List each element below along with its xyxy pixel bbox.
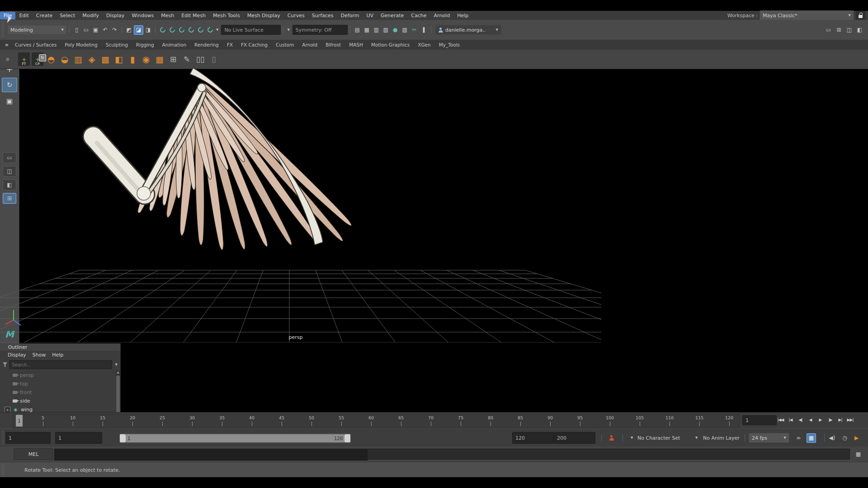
outliner-item-persp[interactable]: persp <box>0 371 120 380</box>
mel-result-field[interactable] <box>367 449 850 460</box>
timeline-tick: 80 <box>488 415 493 426</box>
playback-loop-icon[interactable]: ∞ <box>794 433 803 443</box>
anim-prefs-clock-icon[interactable]: ◷ <box>840 433 849 443</box>
play-forwards-button[interactable]: ▶ <box>816 415 825 425</box>
workspace-lock-icon[interactable] <box>856 11 865 20</box>
menu-mesh[interactable]: Mesh <box>157 12 178 19</box>
rotate-cursor-icon: ↻ <box>39 54 46 61</box>
go-to-end-button[interactable]: ▶▶| <box>845 415 855 425</box>
range-slider-row: 1 1 1 120 120 200 ▼ No Character Set ▼ N… <box>0 428 868 447</box>
menu-uv[interactable]: UV <box>363 12 377 19</box>
character-set-icon[interactable] <box>607 433 616 443</box>
timeline-tick: 10 <box>70 415 75 426</box>
panel-layout-split-icon[interactable]: ◧ <box>855 25 864 35</box>
range-handle-right[interactable] <box>344 434 350 442</box>
grip <box>1 464 4 476</box>
chevron-down-icon: ▼ <box>849 14 851 17</box>
menu-surfaces[interactable]: Surfaces <box>308 12 337 19</box>
time-slider: 1 51015202530354045505560657075808590951… <box>0 412 868 429</box>
outliner-item-front[interactable]: front <box>0 388 120 397</box>
chevron-down-icon[interactable]: ▼ <box>115 363 118 366</box>
menu-mesh-tools[interactable]: Mesh Tools <box>209 12 244 19</box>
chevron-down-icon[interactable]: ▼ <box>631 436 633 440</box>
timeline-tick: 5 <box>42 415 44 426</box>
ground-grid <box>0 270 601 343</box>
outliner-title: Outliner <box>0 343 120 351</box>
timeline-tick: 55 <box>339 415 344 426</box>
playback-end-field[interactable]: 120 <box>512 432 554 444</box>
range-start-label: 1 <box>127 436 130 441</box>
script-editor-icon[interactable]: ▦ <box>854 450 863 459</box>
camera-name-label: persp <box>278 334 314 340</box>
range-slider[interactable]: 1 120 <box>119 433 351 444</box>
outliner-item-top[interactable]: top <box>0 380 120 388</box>
character-set-label[interactable]: No Character Set <box>637 435 680 441</box>
mute-icon[interactable]: ◀) <box>827 433 837 443</box>
panel-layout-four-icon[interactable]: ⊞ <box>834 25 844 35</box>
current-frame-field[interactable]: 1 <box>742 415 777 425</box>
grip <box>1 431 4 445</box>
timeline-tick: 85 <box>518 415 523 426</box>
letterbox-top <box>0 0 868 11</box>
separator <box>623 434 623 441</box>
outliner-menu-help[interactable]: Help <box>50 352 66 358</box>
timeline-tick: 75 <box>458 415 463 426</box>
timeline-tick: 90 <box>547 415 553 426</box>
step-back-frame-button[interactable]: ◀| <box>796 415 805 425</box>
mel-command-input[interactable] <box>54 449 368 460</box>
menu-select[interactable]: Select <box>56 12 79 19</box>
panel-layout-outliner-icon[interactable]: ◫ <box>844 25 854 35</box>
timeline-tick: 45 <box>279 415 284 426</box>
menu-mesh-display[interactable]: Mesh Display <box>244 12 284 19</box>
menu-cache[interactable]: Cache <box>407 12 430 19</box>
step-back-key-button[interactable]: |◀ <box>786 415 795 425</box>
outliner-menu-show[interactable]: Show <box>30 352 48 358</box>
command-line-row: MEL ▦ <box>0 446 868 462</box>
camera-icon <box>13 382 17 385</box>
menu-create[interactable]: Create <box>33 12 57 19</box>
workspace-label: Workspace : <box>727 13 758 19</box>
timeline-tick: 35 <box>219 415 225 426</box>
outliner-menu-display[interactable]: Display <box>5 352 28 358</box>
anim-snapshot-icon[interactable]: ▦ <box>807 433 816 443</box>
range-handle-left[interactable] <box>120 434 126 442</box>
workspace-dropdown[interactable]: Maya Classic* ▼ <box>760 10 854 20</box>
help-line: Rotate Tool: Select an object to rotate. <box>0 462 868 478</box>
timeline-track[interactable]: 1 51015202530354045505560657075808590951… <box>13 414 740 428</box>
camera-icon <box>13 399 17 403</box>
scroll-up-icon[interactable]: ▲ <box>116 370 120 375</box>
menu-curves[interactable]: Curves <box>284 12 308 19</box>
menu-display[interactable]: Display <box>103 12 128 19</box>
menu-generate[interactable]: Generate <box>377 12 407 19</box>
menu-help[interactable]: Help <box>453 12 472 19</box>
range-slider-bar[interactable]: 1 120 <box>126 434 344 442</box>
menu-deform[interactable]: Deform <box>337 12 363 19</box>
menu-arnold[interactable]: Arnold <box>430 12 454 19</box>
separator <box>824 434 825 441</box>
anim-layer-label[interactable]: No Anim Layer <box>703 435 740 441</box>
chevron-down-icon: ▼ <box>784 436 786 440</box>
animation-start-field[interactable]: 1 <box>5 432 51 444</box>
step-forward-key-button[interactable]: ▶| <box>835 415 845 425</box>
go-to-start-button[interactable]: |◀◀ <box>776 415 785 425</box>
timeline-tick: 115 <box>695 415 703 426</box>
menu-windows[interactable]: Windows <box>128 12 157 19</box>
panel-layout-single-icon[interactable]: ▭ <box>824 25 833 35</box>
fps-dropdown[interactable]: 24 fps▼ <box>749 433 789 443</box>
chevron-down-icon[interactable]: ▼ <box>695 436 698 440</box>
auto-keyframe-icon[interactable]: ▶ <box>852 433 861 443</box>
playback-start-field[interactable]: 1 <box>55 432 102 444</box>
mel-button[interactable]: MEL <box>14 448 53 460</box>
filter-icon[interactable] <box>3 362 7 367</box>
menu-modify[interactable]: Modify <box>79 12 102 19</box>
menu-edit-mesh[interactable]: Edit Mesh <box>178 12 209 19</box>
step-forward-frame-button[interactable]: |▶ <box>826 415 835 425</box>
animation-end-field[interactable]: 200 <box>554 432 595 444</box>
play-backwards-button[interactable]: ◀ <box>806 415 815 425</box>
outliner-search-input[interactable] <box>9 360 112 369</box>
workspace-value: Maya Classic* <box>763 13 797 19</box>
viewport-canvas[interactable] <box>0 21 601 343</box>
menu-edit[interactable]: Edit <box>15 12 32 19</box>
outliner-item-side[interactable]: side <box>0 397 120 405</box>
main-menubar: File Edit Create Select Modify Display W… <box>0 11 868 20</box>
